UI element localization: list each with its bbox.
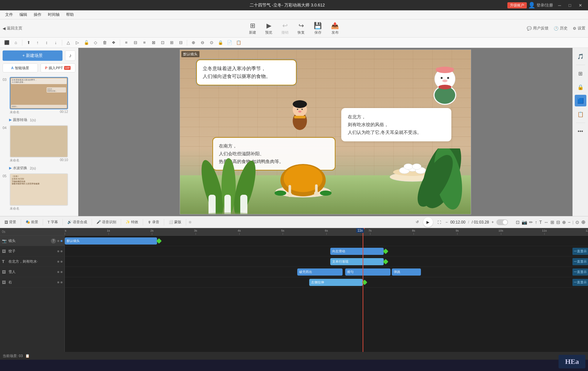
camera-dot-1[interactable] bbox=[57, 240, 59, 242]
canvas-frame[interactable]: 默认镜头 立冬意味着进入寒冷的季节，人们倾向进食可以驱寒的食物。 在北方，则有吃… bbox=[180, 49, 471, 214]
transition-item-2[interactable]: ▶ 水波切换 2(s) bbox=[0, 165, 78, 171]
tl-mask-button[interactable]: ⬜ 蒙版 bbox=[167, 219, 183, 225]
upgrade-button[interactable]: 升级账户 bbox=[507, 2, 527, 8]
tl-icon-6[interactable]: ↔ bbox=[544, 220, 548, 225]
dumpling-diamond[interactable] bbox=[383, 248, 389, 254]
tl-bg-button[interactable]: 🖼 背景 bbox=[3, 219, 18, 225]
menu-file[interactable]: 文件 bbox=[3, 11, 16, 18]
scene-thumb-03[interactable]: 立冬意味着进入寒冷的季节，人们倾向进食... 在南方... 在北方，则有吃水饺.… bbox=[10, 77, 68, 109]
menu-help[interactable]: 帮助 bbox=[63, 11, 76, 18]
dumpling-dot-2[interactable] bbox=[61, 250, 62, 252]
save-tool[interactable]: 💾 保存 bbox=[314, 22, 322, 35]
undo-tool[interactable]: ↩ 撤销 bbox=[281, 22, 288, 35]
right-dot-1[interactable] bbox=[57, 281, 59, 283]
align-tool-play[interactable]: ▷ bbox=[73, 38, 82, 47]
menu-timeline[interactable]: 时间轴 bbox=[45, 11, 62, 18]
align-tool-14[interactable]: ⊖ bbox=[198, 38, 207, 47]
rp-active-button[interactable]: 🟦 bbox=[575, 95, 586, 106]
align-tool-triangle[interactable]: △ bbox=[64, 38, 73, 47]
align-right-edge[interactable]: ≡ bbox=[140, 38, 149, 47]
rp-lock-button[interactable]: 🔒 bbox=[575, 81, 586, 93]
redo-tool[interactable]: ↪ 恢复 bbox=[298, 22, 305, 35]
new-scene-button[interactable]: + 新建场景 bbox=[3, 50, 62, 61]
copy-icon[interactable]: 📋 bbox=[25, 354, 30, 358]
help-icon[interactable]: ? bbox=[51, 238, 56, 244]
scene-item-05[interactable]: 05 《立冬》 立冬到 冬天到 万物收藏把冬猫 保暖衣物穿周到 注意营养保健康 bbox=[0, 171, 78, 213]
tl-icon-add[interactable]: ⊕ bbox=[581, 219, 585, 225]
align-tool-12[interactable]: ⊟ bbox=[176, 38, 185, 47]
align-tool-13[interactable]: ⊕ bbox=[189, 38, 198, 47]
bubble-right[interactable]: 在北方，则有吃水饺的风俗，人们认为吃了它,冬天耳朵就不受冻。 bbox=[341, 108, 451, 141]
camera-diamond[interactable] bbox=[156, 238, 162, 244]
settings-button[interactable]: ⚙ 设置 bbox=[573, 26, 585, 31]
tl-fg-button[interactable]: 🎭 前景 bbox=[24, 219, 40, 225]
tl-fx-button[interactable]: ✨ 特效 bbox=[124, 219, 140, 225]
scene-thumb-04[interactable] bbox=[10, 125, 68, 158]
tl-subtitle-button[interactable]: T 字幕 bbox=[46, 219, 60, 225]
text-diamond[interactable] bbox=[383, 259, 389, 264]
snowman-dot-2[interactable] bbox=[61, 271, 62, 273]
align-left-edge[interactable]: ≡ bbox=[122, 38, 130, 47]
align-down[interactable]: ↓ bbox=[51, 38, 60, 47]
paste-tool[interactable]: 📋 bbox=[234, 38, 243, 47]
align-tool-1[interactable]: ⬛ bbox=[3, 38, 11, 47]
snowman-block-2[interactable]: 摇匀 bbox=[345, 268, 390, 276]
tl-icon-1[interactable]: ⊡ bbox=[516, 220, 520, 225]
minimize-button[interactable]: ─ bbox=[554, 0, 565, 10]
dumpling-dot-1[interactable] bbox=[57, 250, 59, 252]
align-up[interactable]: ↑ bbox=[33, 38, 42, 47]
smart-scene-button[interactable]: A 智能场景 bbox=[3, 63, 38, 72]
feedback-button[interactable]: 💬 用户反馈 bbox=[527, 26, 548, 31]
tl-icon-9[interactable]: ⊕ bbox=[562, 220, 566, 225]
tl-tts-button[interactable]: 🔊 语音合成 bbox=[65, 219, 89, 225]
menu-operate[interactable]: 操作 bbox=[31, 11, 44, 18]
text-dot-1[interactable] bbox=[57, 261, 59, 263]
transition-item-1[interactable]: ▶ 圆形转场 1(s) bbox=[0, 116, 78, 123]
right-dot-2[interactable] bbox=[61, 281, 62, 283]
music-button[interactable] bbox=[65, 50, 75, 61]
history-button[interactable]: 🕐 历史 bbox=[554, 26, 568, 31]
tl-icon-5[interactable]: T bbox=[539, 220, 542, 225]
lock-tool[interactable]: 🔒 bbox=[216, 38, 225, 47]
align-center-v[interactable]: ↕ bbox=[42, 38, 51, 47]
rp-fit-button[interactable]: ⊞ bbox=[575, 68, 586, 79]
close-button[interactable]: ✕ bbox=[575, 0, 585, 10]
align-tool-6[interactable]: ❖ bbox=[109, 38, 118, 47]
tl-icon-7[interactable]: ⊞ bbox=[550, 220, 554, 225]
scene-item-03[interactable]: 03 立冬意味着进入寒冷的季节，人们倾向进食... 在南方... 在北方，则有吃… bbox=[0, 75, 78, 116]
align-tool-11[interactable]: ⊞ bbox=[167, 38, 176, 47]
publish-tool[interactable]: 📤 发布 bbox=[331, 22, 339, 35]
zoom-plus[interactable]: + bbox=[492, 220, 494, 224]
tl-icon-3[interactable]: ✏ bbox=[529, 220, 533, 225]
camera-dot-2[interactable] bbox=[61, 240, 62, 242]
zoom-minus[interactable]: − bbox=[446, 220, 448, 224]
tl-record-button[interactable]: 🎙 录音 bbox=[146, 219, 161, 225]
dumpling-block[interactable]: 向左滑动 bbox=[330, 248, 384, 255]
menu-edit[interactable]: 编辑 bbox=[17, 11, 30, 18]
tl-icon-8[interactable]: ⊟ bbox=[556, 220, 560, 225]
tl-icon-11[interactable]: ⊙ bbox=[575, 220, 579, 225]
text-block[interactable]: 文本行渐现 bbox=[330, 258, 384, 265]
tl-icon-4[interactable]: ↑ bbox=[535, 220, 537, 225]
login-label[interactable]: 登录/注册 bbox=[537, 3, 553, 8]
tl-fullscreen-button[interactable]: ⛶ bbox=[435, 220, 443, 225]
align-tool-lock[interactable]: 🔓 bbox=[82, 38, 91, 47]
rp-copy-button[interactable]: 📋 bbox=[575, 108, 586, 120]
bubble-top[interactable]: 立冬意味着进入寒冷的季节，人们倾向进食可以驱寒的食物。 bbox=[196, 60, 297, 85]
align-tool-10[interactable]: ⊡ bbox=[158, 38, 167, 47]
tl-rewind-button[interactable]: ↺ bbox=[414, 219, 421, 225]
toggle-button[interactable] bbox=[496, 219, 508, 225]
snowman-block-3[interactable]: 弹跳 bbox=[392, 268, 421, 276]
align-tool-2[interactable]: ⌂ bbox=[12, 38, 20, 47]
text-dot-2[interactable] bbox=[61, 261, 62, 263]
rp-more-button[interactable]: ••• bbox=[575, 125, 586, 137]
align-tool-shape[interactable]: ◇ bbox=[91, 38, 100, 47]
camera-block[interactable]: 默认镜头 bbox=[65, 237, 157, 245]
align-center-h[interactable]: ⊟ bbox=[131, 38, 140, 47]
copy-tool[interactable]: 📄 bbox=[225, 38, 234, 47]
maximize-button[interactable]: □ bbox=[565, 0, 575, 10]
new-tool[interactable]: ⊞ 新建 bbox=[249, 22, 256, 35]
snowman-dot-1[interactable] bbox=[57, 271, 59, 273]
delete-tool[interactable]: 🗑 bbox=[100, 38, 109, 47]
rp-music-button[interactable]: 🎵 bbox=[575, 50, 586, 62]
